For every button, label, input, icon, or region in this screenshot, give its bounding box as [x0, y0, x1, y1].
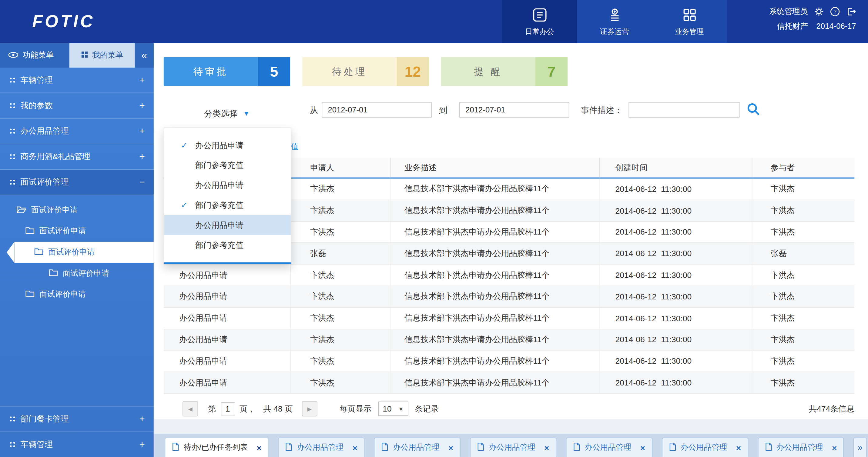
- folder-icon: [49, 269, 58, 278]
- table-row[interactable]: 办公用品申请 卞洪杰 信息技术部卞洪杰申请办公用品胶棒11个 2014-06-1…: [164, 351, 855, 372]
- date-from-input[interactable]: [322, 102, 431, 118]
- expand-plus-icon[interactable]: +: [138, 151, 146, 162]
- expand-plus-icon[interactable]: +: [138, 126, 146, 137]
- app-window: FOTIC 日常办公 证券运营 业务管理: [0, 0, 868, 457]
- tab-label: 功能菜单: [23, 51, 54, 61]
- bottom-tab-bar: 待办/已办任务列表 × 办公用品管理 × 办公用品管理 × 办公用品管理 × 办…: [154, 434, 868, 457]
- bottom-tab-office-supplies[interactable]: 办公用品管理 ×: [662, 437, 748, 457]
- close-icon[interactable]: ×: [736, 443, 741, 452]
- more-tabs-button[interactable]: »: [854, 437, 867, 457]
- category-dropdown: ✓ 办公用品申请 ✓ 部门参考充值 ✓ 办公用品申请 ✓ 部门参考充值 ✓ 办公…: [164, 128, 291, 264]
- page-label-suffix: 页，: [240, 403, 255, 414]
- check-icon: ✓: [181, 141, 190, 150]
- per-page-label: 每页显示: [339, 403, 371, 414]
- per-page-select[interactable]: 10 ▼: [378, 401, 408, 416]
- dropdown-option[interactable]: ✓ 部门参考充值: [164, 235, 291, 255]
- event-desc-input[interactable]: [628, 102, 740, 118]
- tree-item-interview-request[interactable]: 面试评价申请: [0, 284, 154, 305]
- menu-dots-icon: [10, 103, 11, 104]
- dropdown-option[interactable]: ✓ 部门参考充值: [164, 195, 291, 215]
- bottom-tab-office-supplies[interactable]: 办公用品管理 ×: [566, 437, 652, 457]
- table-row[interactable]: 办公用品申请 卞洪杰 信息技术部卞洪杰申请办公用品胶棒11个 2014-06-1…: [164, 307, 855, 329]
- tree-item-interview-request[interactable]: 面试评价申请: [0, 200, 154, 221]
- sidebar-item-office-supplies[interactable]: 办公用品管理 +: [0, 119, 154, 144]
- expand-plus-icon[interactable]: +: [138, 439, 146, 450]
- bottom-tab-task-list[interactable]: 待办/已办任务列表 ×: [165, 437, 269, 457]
- status-cards: 待审批 5 待处理 12 提 醒 7: [164, 57, 567, 86]
- top-nav: 日常办公 证券运营 业务管理: [502, 0, 727, 43]
- card-pending-approval[interactable]: 待审批 5: [164, 57, 290, 86]
- table-row[interactable]: 办公用品申请 卞洪杰 信息技术部卞洪杰申请办公用品胶棒11个 2014-06-1…: [164, 265, 855, 286]
- bottom-tab-office-supplies[interactable]: 办公用品管理 ×: [470, 437, 556, 457]
- close-icon[interactable]: ×: [832, 443, 837, 452]
- close-icon[interactable]: ×: [640, 443, 645, 452]
- count-badge: 5: [258, 57, 290, 86]
- table-row[interactable]: 办公用品申请 卞洪杰 信息技术部卞洪杰申请办公用品胶棒11个 2014-06-1…: [164, 372, 855, 394]
- total-records: 共474条信息: [809, 403, 855, 414]
- document-icon: [573, 443, 580, 453]
- folder-icon: [34, 248, 43, 257]
- nav-securities[interactable]: 证券运营: [577, 0, 652, 43]
- prev-page-button[interactable]: ◀: [183, 401, 198, 416]
- main-content: 待审批 5 待处理 12 提 醒 7 分类选择 ▼ 从 到 事件描述： 值: [154, 43, 868, 457]
- next-page-button[interactable]: ▶: [302, 401, 317, 416]
- bottom-tab-office-supplies[interactable]: 办公用品管理 ×: [374, 437, 461, 457]
- close-icon[interactable]: ×: [448, 443, 453, 452]
- menu-dots-icon: [10, 129, 11, 130]
- document-icon: [477, 443, 485, 453]
- count-badge: 7: [535, 57, 567, 86]
- grid-icon: [81, 51, 88, 60]
- sidebar-tabs: 功能菜单 我的菜单 «: [0, 43, 154, 68]
- table-row[interactable]: 办公用品申请 卞洪杰 信息技术部卞洪杰申请办公用品胶棒11个 2014-06-1…: [164, 286, 855, 307]
- tree-item-interview-request[interactable]: 面试评价申请: [0, 221, 154, 242]
- dropdown-option[interactable]: ✓ 部门参考充值: [164, 155, 291, 175]
- collapse-sidebar-button[interactable]: «: [135, 43, 154, 68]
- expand-plus-icon[interactable]: +: [138, 74, 146, 86]
- sidebar-tree: 面试评价申请 面试评价申请 面试评价申请 面试评价申请 面试评价申请: [0, 195, 154, 305]
- sidebar-item-vehicle[interactable]: 车辆管理 +: [0, 68, 154, 93]
- search-icon[interactable]: [746, 102, 761, 119]
- category-select[interactable]: 分类选择 ▼: [164, 100, 290, 128]
- logout-icon[interactable]: [846, 7, 856, 17]
- close-icon[interactable]: ×: [352, 443, 358, 452]
- expand-plus-icon[interactable]: +: [138, 100, 146, 111]
- pagination: ◀ 第 页， 共 48 页 ▶ 每页显示 10 ▼ 条记录 共474条信息: [164, 398, 855, 419]
- tree-item-interview-request-selected[interactable]: 面试评价申请: [0, 242, 154, 263]
- help-icon[interactable]: ?: [830, 7, 840, 17]
- svg-text:?: ?: [833, 9, 836, 15]
- logo: FOTIC: [32, 0, 95, 43]
- tab-my-menu[interactable]: 我的菜单: [69, 43, 135, 68]
- sidebar-item-business-gifts[interactable]: 商务用酒&礼品管理 +: [0, 144, 154, 170]
- per-page-suffix: 条记录: [415, 403, 439, 414]
- folder-icon: [26, 227, 34, 235]
- bottom-tab-office-supplies[interactable]: 办公用品管理 ×: [278, 437, 365, 457]
- dropdown-option[interactable]: ✓ 办公用品申请: [164, 215, 291, 235]
- close-icon[interactable]: ×: [256, 443, 261, 452]
- sidebar-item-vehicle-2[interactable]: 车辆管理 +: [0, 431, 154, 457]
- date-to-input[interactable]: [459, 102, 569, 118]
- tree-item-interview-request[interactable]: 面试评价申请: [0, 263, 154, 284]
- menu-dots-icon: [10, 154, 11, 156]
- sidebar-item-meal-card[interactable]: 部门餐卡管理 +: [0, 406, 154, 431]
- close-icon[interactable]: ×: [544, 443, 549, 452]
- page-number-input[interactable]: [220, 402, 235, 416]
- table-row[interactable]: 办公用品申请 卞洪杰 信息技术部卞洪杰申请办公用品胶棒11个 2014-06-1…: [164, 329, 855, 351]
- tab-function-menu[interactable]: 功能菜单: [0, 43, 69, 68]
- sidebar-item-params[interactable]: 我的参数 +: [0, 93, 154, 119]
- dropdown-option[interactable]: ✓ 办公用品申请: [164, 135, 291, 156]
- nav-daily-office[interactable]: 日常办公: [502, 0, 577, 43]
- settings-gear-icon[interactable]: [814, 7, 824, 17]
- top-header: FOTIC 日常办公 证券运营 业务管理: [0, 0, 868, 43]
- nav-label: 证券运营: [600, 26, 629, 36]
- collapse-minus-icon[interactable]: −: [138, 177, 146, 188]
- card-pending-process[interactable]: 待处理 12: [302, 57, 429, 86]
- dropdown-option[interactable]: ✓ 办公用品申请: [164, 175, 291, 195]
- expand-plus-icon[interactable]: +: [138, 413, 146, 425]
- nav-business[interactable]: 业务管理: [652, 0, 727, 43]
- screen: FOTIC 日常办公 证券运营 业务管理: [0, 0, 868, 457]
- sidebar-item-interview-eval[interactable]: 面试评价管理 −: [0, 170, 154, 195]
- sidebar-menu: 车辆管理 + 我的参数 + 办公用品管理 + 商务用酒&礼品管理 + 面试评价管…: [0, 68, 154, 305]
- document-icon: [381, 443, 389, 453]
- bottom-tab-office-supplies[interactable]: 办公用品管理 ×: [757, 437, 844, 457]
- card-reminders[interactable]: 提 醒 7: [441, 57, 567, 86]
